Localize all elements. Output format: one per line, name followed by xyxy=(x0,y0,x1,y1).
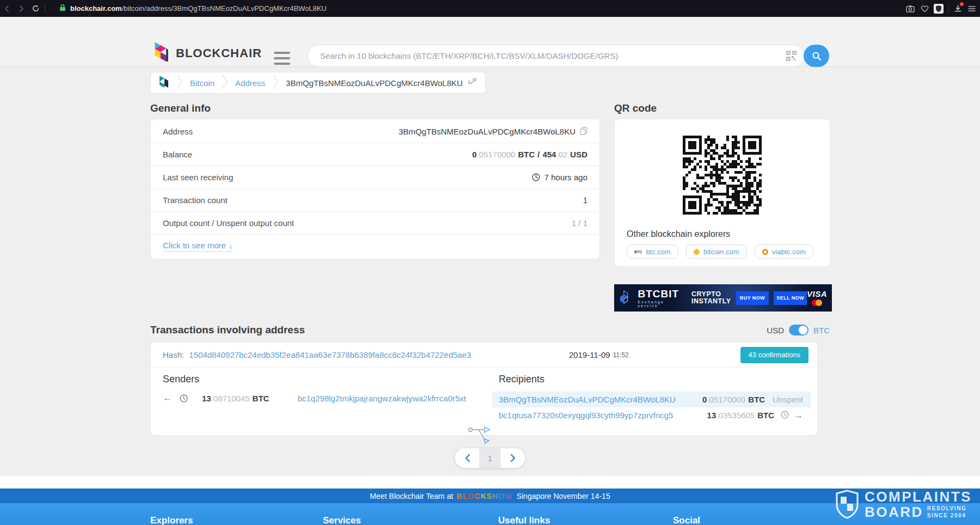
qr-card: Other blockchain explorers BTC btc.com b… xyxy=(614,119,830,267)
output-count-label: Output count / Unspent output count xyxy=(163,218,294,228)
back-icon[interactable] xyxy=(0,0,14,17)
clock-icon[interactable] xyxy=(781,411,789,420)
chevron-right-icon xyxy=(222,75,228,91)
btc-label[interactable]: BTC xyxy=(813,326,830,335)
breadcrumb: Bitcoin Address 3BmQgTBsNMEozDuALvPDCgMK… xyxy=(150,72,486,94)
sender-address-link[interactable]: bc1q298lg2tmkjpajrangwzakwjywa2kfrrca0r5… xyxy=(298,394,466,403)
transaction-hash-link[interactable]: 1504d840927bc24edb35f2ea841aa63e7378b638… xyxy=(189,350,471,359)
watermark-line1: COMPLAINTS xyxy=(865,489,972,505)
row-tx-count: Transaction count 1 xyxy=(151,189,599,212)
senders-pane: Senders ← 13.08710045BTC bc1q298lg2tmkjp… xyxy=(151,374,492,423)
explorer-viabtc-com[interactable]: viabtc.com xyxy=(755,245,813,259)
current-page: 1 xyxy=(479,448,501,468)
see-more-link[interactable]: Click to see more↓ xyxy=(163,241,232,252)
transaction-body: Senders ← 13.08710045BTC bc1q298lg2tmkjp… xyxy=(151,368,817,423)
recipient-row: bc1qtusa77320s0exyqgql93cyth99yp7zprvfnc… xyxy=(492,407,811,423)
bitcoin-com-icon xyxy=(693,248,700,255)
explorer-btc-com[interactable]: BTC btc.com xyxy=(627,245,678,259)
mastercard-logo xyxy=(812,300,822,306)
row-last-seen: Last seen receiving 7 hours ago xyxy=(151,166,599,189)
last-seen-value: 7 hours ago xyxy=(544,173,587,182)
search-input[interactable] xyxy=(308,45,805,67)
flow-connector-icon xyxy=(468,424,493,446)
url-bar[interactable]: blockchair.com/bitcoin/address/3BmQgTBsN… xyxy=(70,4,327,13)
footer-col-services: Services xyxy=(323,515,361,525)
ad-tagline: CRYPTO INSTANTLY xyxy=(691,291,731,305)
hamburger-menu-icon[interactable] xyxy=(274,52,290,65)
footer-col-social: Social xyxy=(673,515,700,525)
viabtc-icon xyxy=(762,249,768,255)
breadcrumb-bitcoin[interactable]: Bitcoin xyxy=(190,78,215,88)
blockshow-banner[interactable]: Meet Blockchair Team at BLOCKSHOW Singap… xyxy=(0,489,980,503)
down-arrow-icon: ↓ xyxy=(229,241,233,250)
buy-now-button[interactable]: BUY NOW xyxy=(736,291,769,305)
left-arrow-icon[interactable]: ← xyxy=(163,393,172,404)
screenshot-icon[interactable] xyxy=(903,0,917,17)
transaction-card: Hash: 1504d840927bc24edb35f2ea841aa63e73… xyxy=(150,342,818,436)
transactions-header: Transactions involving address USD BTC xyxy=(150,324,830,336)
last-seen-label: Last seen receiving xyxy=(163,173,233,182)
reload-icon[interactable] xyxy=(28,0,42,17)
recipients-title: Recipients xyxy=(492,374,811,385)
unspent-badge: Unspent xyxy=(773,395,803,404)
address-value: 3BmQgTBsNMEozDuALvPDCgMKcr4BWoL8KU xyxy=(399,127,575,136)
ad-subtitle: Exchange service xyxy=(638,300,686,308)
banner-pre-text: Meet Blockchair Team at xyxy=(370,492,453,500)
download-icon[interactable] xyxy=(951,0,965,17)
btcbit-ad-banner[interactable]: BTCBIT Exchange service CRYPTO INSTANTLY… xyxy=(614,284,832,312)
breadcrumb-chain-icon[interactable] xyxy=(158,76,169,90)
confirmations-button[interactable]: 43 confirmations xyxy=(740,347,808,363)
usd-label[interactable]: USD xyxy=(767,326,784,335)
transaction-hash-row: Hash: 1504d840927bc24edb35f2ea841aa63e73… xyxy=(151,343,817,368)
qr-code xyxy=(683,136,762,215)
balance-value: 0.05170000BTC/454.02USD xyxy=(472,150,587,159)
forward-icon[interactable] xyxy=(14,0,28,17)
search-button[interactable] xyxy=(804,45,829,67)
chevron-right-icon xyxy=(273,75,278,91)
browser-chrome: blockchair.com/bitcoin/address/3BmQgTBsN… xyxy=(0,0,980,17)
extension-shield-icon[interactable] xyxy=(932,0,946,17)
qr-title: QR code xyxy=(614,102,657,114)
chevron-right-icon xyxy=(510,454,516,462)
transactions-title: Transactions involving address xyxy=(150,324,305,336)
menu-icon[interactable] xyxy=(965,0,979,17)
row-address: Address 3BmQgTBsNMEozDuALvPDCgMKcr4BWoL8… xyxy=(151,120,599,143)
qr-scan-icon[interactable] xyxy=(786,51,797,63)
site-header: BLOCKCHAIR xyxy=(0,17,980,67)
transaction-date: 2019-11-09 xyxy=(569,350,610,359)
magnifier-icon xyxy=(812,51,822,61)
breadcrumb-current-address: 3BmQgTBsNMEozDuALvPDCgMKcr4BWoL8KU xyxy=(286,78,463,88)
sell-now-button[interactable]: SELL NOW xyxy=(774,291,807,305)
watermark-sub: RESOLVING SINCE 2004 xyxy=(927,505,967,519)
permalink-icon[interactable] xyxy=(468,78,476,88)
secure-lock-icon[interactable] xyxy=(59,4,66,14)
recipient-address-link[interactable]: 3BmQgTBsNMEozDuALvPDCgMKcr4BWoL8KU xyxy=(499,395,676,404)
currency-toggle[interactable] xyxy=(789,325,808,335)
footer-col-explorers: Explorers xyxy=(150,515,193,525)
copy-icon[interactable] xyxy=(580,127,587,137)
explorer-bitcoin-com[interactable]: bitcoin.com xyxy=(686,245,747,259)
prev-page-button[interactable] xyxy=(455,448,479,468)
banner-post-text: Singapore November 14-15 xyxy=(517,492,610,500)
right-arrow-icon[interactable]: → xyxy=(794,410,803,421)
general-info-title: General info xyxy=(150,102,211,114)
row-balance: Balance 0.05170000BTC/454.02USD xyxy=(151,143,599,166)
bookmark-heart-icon[interactable] xyxy=(917,0,932,17)
general-info-card: Address 3BmQgTBsNMEozDuALvPDCgMKcr4BWoL8… xyxy=(150,119,600,259)
next-page-button[interactable] xyxy=(501,448,525,468)
footer-col-useful-links: Useful links xyxy=(498,515,550,525)
clock-icon[interactable] xyxy=(180,394,188,402)
payment-logos: VISA xyxy=(807,290,827,306)
footer-spacer xyxy=(0,476,980,489)
blockchair-logo[interactable]: BLOCKCHAIR xyxy=(153,42,262,65)
complaintsboard-shield-icon xyxy=(835,490,860,519)
clock-icon xyxy=(532,173,540,181)
chevron-right-icon xyxy=(177,75,182,91)
breadcrumb-address[interactable]: Address xyxy=(235,78,265,88)
screen: { "browser": { "url_domain": "blockchair… xyxy=(0,0,980,525)
chevron-left-icon xyxy=(464,454,470,462)
recipient-address-link[interactable]: bc1qtusa77320s0exyqgql93cyth99yp7zprvfnc… xyxy=(499,411,673,420)
watermark-line2: BOARD xyxy=(865,505,923,519)
pagination: 1 xyxy=(455,448,525,468)
brand-name: BLOCKCHAIR xyxy=(176,46,262,60)
